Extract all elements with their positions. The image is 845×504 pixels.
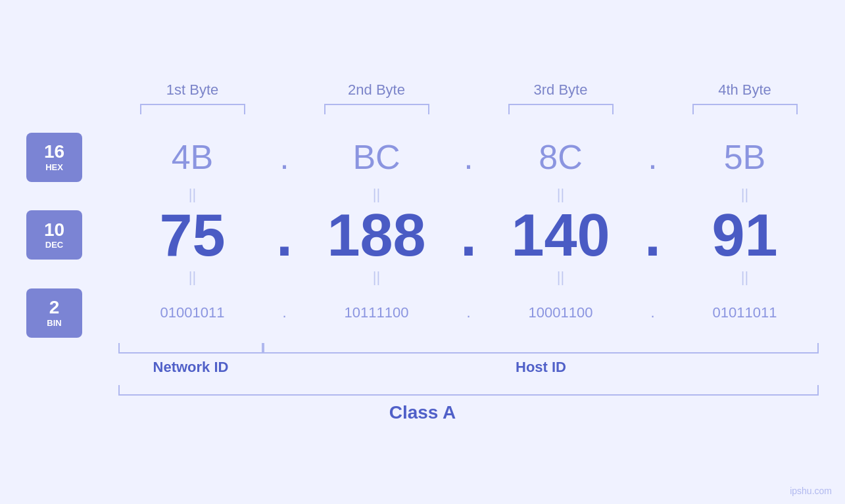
eq1-sym-1: || (140, 186, 245, 203)
bin-val-3-col: 10001100 (487, 304, 635, 321)
hex-val-3: 8C (508, 137, 614, 177)
brackets-left-space (26, 343, 118, 376)
hex-dot-3-sym: . (643, 137, 663, 177)
eq1-col-1: || (118, 186, 266, 203)
bin-dot-2-sym: . (459, 304, 479, 321)
eq2-col-4: || (671, 269, 819, 286)
byte-labels-row: 1st Byte 2nd Byte 3rd Byte 4th Byte (26, 81, 819, 114)
dec-dot-2: . (450, 206, 487, 265)
eq2-col-3: || (487, 269, 635, 286)
class-section: Class A (26, 385, 819, 423)
dec-row: 10 DEC 75 . 188 . 140 . 91 (26, 206, 819, 265)
byte-col-1: 1st Byte (118, 81, 266, 114)
badge-spacer-hex: 16 HEX (26, 133, 118, 182)
badge-spacer-bin: 2 BIN (26, 288, 118, 338)
main-container: 1st Byte 2nd Byte 3rd Byte 4th Byte (0, 0, 845, 504)
watermark-text: ipshu.com (790, 486, 832, 496)
hex-val-3-col: 8C (487, 137, 635, 177)
eq2-sym-1: || (140, 269, 245, 286)
dec-dot-1: . (266, 206, 302, 265)
dec-val-4: 91 (692, 206, 798, 265)
dec-dot-3: . (635, 206, 671, 265)
brackets-right: Network ID Host ID (118, 343, 819, 376)
hex-dot-2: . (450, 137, 487, 177)
dec-dot-3-sym: . (643, 206, 663, 265)
bin-val-4-col: 01011011 (671, 304, 819, 321)
dec-val-3-col: 140 (487, 206, 635, 265)
bin-badge: 2 BIN (26, 288, 82, 338)
eq2-sym-4: || (692, 269, 798, 286)
bin-val-2: 10111100 (324, 304, 429, 321)
network-bracket-group: Network ID (118, 343, 263, 376)
eq1-sym-2: || (324, 186, 429, 203)
eq2-sym-2: || (324, 269, 429, 286)
byte-label-2: 2nd Byte (348, 81, 405, 99)
bin-val-1: 01001011 (140, 304, 245, 321)
bracket-top-3 (508, 104, 614, 114)
eq1-col-3: || (487, 186, 635, 203)
dec-val-2: 188 (324, 206, 429, 265)
host-bracket-group: Host ID (263, 343, 819, 376)
hex-val-2-col: BC (302, 137, 450, 177)
byte-col-3: 3rd Byte (487, 81, 635, 114)
network-bracket-line (118, 343, 263, 354)
hex-val-1-col: 4B (118, 137, 266, 177)
hex-val-1: 4B (140, 137, 245, 177)
dec-dot-2-sym: . (459, 206, 479, 265)
eq2-sym-3: || (508, 269, 614, 286)
byte-label-4: 4th Byte (718, 81, 771, 99)
bin-dot-3: . (635, 304, 671, 321)
dec-val-1-col: 75 (118, 206, 266, 265)
hex-dot-1: . (266, 137, 302, 177)
hex-dot-2-sym: . (459, 137, 479, 177)
equals-row-1: || || || || (26, 186, 819, 203)
hex-dot-3: . (635, 137, 671, 177)
bin-badge-label: BIN (47, 318, 61, 328)
bin-dot-2: . (450, 304, 487, 321)
host-bracket-line (263, 343, 819, 354)
bracket-top-1 (140, 104, 245, 114)
dec-badge-label: DEC (45, 240, 63, 250)
dec-val-3: 140 (508, 206, 614, 265)
bracket-top-2 (324, 104, 429, 114)
host-id-label: Host ID (516, 359, 566, 376)
hex-row: 16 HEX 4B . BC . 8C . 5B (26, 133, 819, 182)
dec-val-1: 75 (140, 206, 245, 265)
hex-badge-number: 16 (44, 142, 64, 162)
eq1-sym-4: || (692, 186, 798, 203)
byte-col-4: 4th Byte (671, 81, 819, 114)
bracket-top-4 (692, 104, 798, 114)
byte-columns: 1st Byte 2nd Byte 3rd Byte 4th Byte (118, 81, 819, 114)
bin-dot-1-sym: . (275, 304, 295, 321)
bin-val-4: 01011011 (692, 304, 798, 321)
eq1-col-2: || (302, 186, 450, 203)
dec-badge: 10 DEC (26, 210, 82, 260)
hex-val-2: BC (324, 137, 429, 177)
bin-row: 2 BIN 01001011 . 10111100 . 10001100 . 0… (26, 288, 819, 338)
byte-label-3: 3rd Byte (534, 81, 588, 99)
hex-dot-1-sym: . (275, 137, 295, 177)
badge-spacer-dec: 10 DEC (26, 210, 118, 260)
dec-val-2-col: 188 (302, 206, 450, 265)
dec-val-4-col: 91 (671, 206, 819, 265)
eq2-col-2: || (302, 269, 450, 286)
bin-val-1-col: 01001011 (118, 304, 266, 321)
bin-dot-1: . (266, 304, 302, 321)
byte-col-2: 2nd Byte (302, 81, 450, 114)
bin-badge-number: 2 (49, 298, 60, 318)
network-id-label: Network ID (153, 359, 229, 376)
class-label: Class A (389, 402, 456, 423)
hex-val-4-col: 5B (671, 137, 819, 177)
equals-row-2: || || || || (26, 269, 819, 286)
bin-val-3: 10001100 (508, 304, 614, 321)
watermark: ipshu.com (790, 486, 832, 496)
hex-badge-label: HEX (45, 162, 63, 172)
byte-label-1: 1st Byte (166, 81, 218, 99)
dec-dot-1-sym: . (275, 206, 295, 265)
hex-badge: 16 HEX (26, 133, 82, 182)
class-bracket-line (118, 385, 819, 396)
bin-dot-3-sym: . (643, 304, 663, 321)
eq1-col-4: || (671, 186, 819, 203)
bin-val-2-col: 10111100 (302, 304, 450, 321)
brackets-labels-container: Network ID Host ID (26, 343, 819, 376)
